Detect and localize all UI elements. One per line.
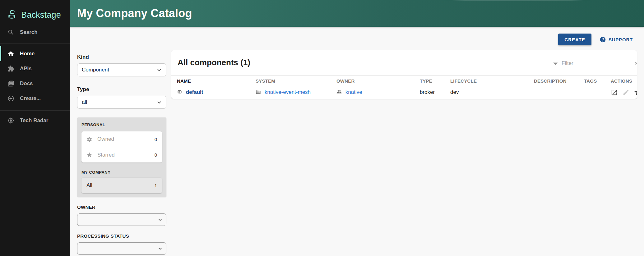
column-header-name[interactable]: NAME [171, 76, 250, 86]
entity-link[interactable]: default [186, 89, 203, 95]
page-title: My Company Catalog [70, 7, 192, 20]
sidebar-item-tech-radar[interactable]: Tech Radar [0, 113, 70, 128]
gear-icon [86, 136, 92, 142]
tags-cell [578, 86, 605, 99]
processing-status-select[interactable] [77, 242, 166, 255]
components-table: NAME SYSTEM OWNER TYPE LIFECYCLE DESCRIP… [171, 75, 637, 99]
chevron-down-icon [155, 66, 163, 74]
home-icon [7, 50, 14, 57]
create-button[interactable]: CREATE [558, 34, 591, 45]
sidebar-item-apis[interactable]: APIs [0, 61, 70, 76]
sidebar-item-label: Tech Radar [20, 117, 48, 124]
column-header-tags[interactable]: TAGS [578, 76, 605, 86]
group-icon [336, 89, 342, 94]
sidebar-divider [0, 110, 70, 111]
sidebar: Backstage Search Home APIs Docs Create..… [0, 0, 70, 256]
starred-label: Starred [97, 152, 155, 158]
page-header: My Company Catalog [70, 0, 644, 27]
support-button[interactable]: SUPPORT [600, 36, 633, 43]
column-header-type[interactable]: TYPE [414, 76, 445, 86]
support-label: SUPPORT [609, 37, 633, 42]
sidebar-item-label: Search [20, 29, 38, 35]
puzzle-icon [7, 65, 14, 72]
tech-radar-icon [7, 117, 14, 124]
component-icon [177, 89, 182, 94]
table-filter [552, 58, 631, 69]
sidebar-tools: Tech Radar [0, 113, 70, 128]
type-select-value: all [82, 99, 155, 105]
all-label: All [86, 182, 155, 189]
sidebar-item-create[interactable]: Create... [0, 91, 70, 106]
sidebar-item-search[interactable]: Search [0, 25, 70, 39]
chevron-down-icon [155, 98, 163, 106]
chevron-down-icon [157, 245, 164, 252]
column-header-system[interactable]: SYSTEM [250, 76, 331, 86]
table-card-header: All components (1) [171, 50, 637, 75]
backstage-logo-icon [7, 10, 17, 20]
sidebar-item-label: Docs [20, 80, 33, 87]
kind-select-value: Component [82, 67, 155, 73]
personal-section-title: PERSONAL [81, 122, 162, 127]
top-actions: CREATE SUPPORT [558, 34, 633, 45]
filter-starred[interactable]: Starred 0 [81, 147, 162, 162]
owner-cell: knative [331, 86, 414, 99]
actions-cell [605, 86, 637, 99]
chevron-down-icon [157, 216, 164, 223]
lifecycle-cell: dev [445, 86, 528, 99]
company-section-title: MY COMPANY [81, 170, 162, 175]
personal-picker-list: Owned 0 Starred 0 [81, 131, 162, 162]
sidebar-item-label: APIs [20, 66, 32, 72]
filter-icon [552, 60, 558, 66]
all-count: 1 [155, 183, 157, 188]
star-border-icon[interactable] [634, 88, 637, 96]
logo-text: Backstage [21, 10, 61, 20]
close-icon[interactable] [633, 60, 637, 66]
kind-select[interactable]: Component [77, 63, 166, 76]
owner-link[interactable]: knative [345, 89, 362, 95]
system-link[interactable]: knative-event-mesh [265, 89, 311, 95]
table-title: All components (1) [178, 58, 250, 67]
column-header-description[interactable]: DESCRIPTION [528, 76, 578, 86]
system-cell: knative-event-mesh [250, 86, 331, 99]
column-header-actions: ACTIONS [605, 76, 637, 86]
star-icon [86, 152, 92, 158]
column-header-owner[interactable]: OWNER [331, 76, 414, 86]
filter-owned[interactable]: Owned 0 [81, 131, 162, 147]
sidebar-divider [0, 43, 70, 44]
owner-select[interactable] [77, 213, 166, 226]
sidebar-item-label: Home [20, 51, 35, 57]
docs-icon [7, 80, 14, 87]
components-table-card: All components (1) NAME SYSTEM OWNER TYP… [171, 50, 637, 99]
open-in-new-icon[interactable] [611, 89, 618, 96]
sidebar-item-home[interactable]: Home [0, 46, 70, 61]
owned-count: 0 [155, 137, 157, 142]
table-filter-input[interactable] [562, 60, 630, 66]
filters-panel: Kind Component Type all PERSONAL Owned 0… [77, 54, 166, 255]
type-select[interactable]: all [77, 96, 166, 109]
kind-label: Kind [77, 54, 166, 60]
owner-filter-label: OWNER [77, 204, 166, 210]
main-content: CREATE SUPPORT Kind Component Type all P… [70, 27, 644, 256]
owned-label: Owned [97, 136, 155, 142]
entity-picker-card: PERSONAL Owned 0 Starred 0 MY COMPANY Al… [77, 117, 166, 197]
type-label: Type [77, 86, 166, 93]
backstage-logo[interactable]: Backstage [0, 0, 70, 22]
sidebar-item-label: Create... [20, 95, 41, 102]
description-cell [528, 86, 578, 99]
name-cell: default [171, 86, 250, 99]
add-circle-icon [7, 95, 14, 102]
filter-all[interactable]: All 1 [81, 178, 162, 193]
table-row: default knative-event-mesh knative broke… [171, 86, 637, 99]
system-icon [256, 89, 261, 94]
starred-count: 0 [155, 152, 157, 158]
column-header-lifecycle[interactable]: LIFECYCLE [445, 76, 528, 86]
table-header-row: NAME SYSTEM OWNER TYPE LIFECYCLE DESCRIP… [171, 76, 637, 86]
search-icon [7, 29, 14, 36]
sidebar-item-docs[interactable]: Docs [0, 76, 70, 91]
type-cell: broker [414, 86, 445, 99]
processing-status-label: PROCESSING STATUS [77, 233, 166, 239]
edit-icon[interactable] [623, 89, 629, 96]
sidebar-nav: Home APIs Docs Create... [0, 46, 70, 106]
help-icon [600, 36, 606, 43]
